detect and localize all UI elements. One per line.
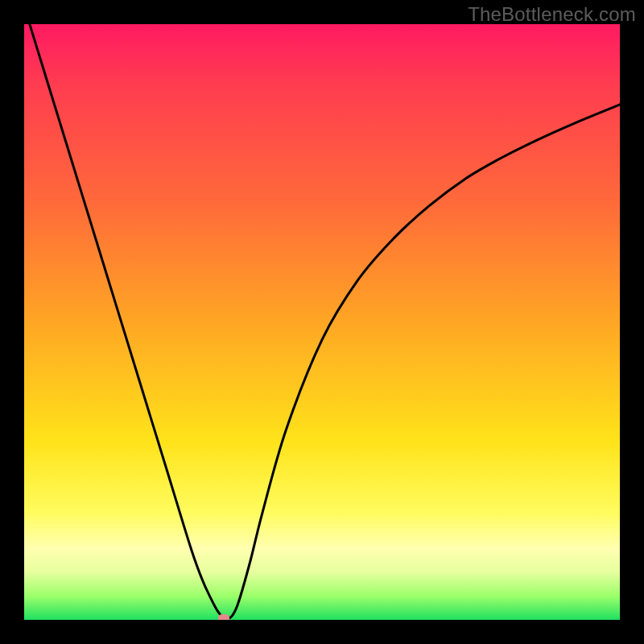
curve-layer [24,24,620,620]
plot-area [24,24,620,620]
bottleneck-curve [24,24,620,619]
minimum-marker [218,614,229,620]
chart-frame: TheBottleneck.com [0,0,644,644]
watermark-text: TheBottleneck.com [468,3,636,26]
